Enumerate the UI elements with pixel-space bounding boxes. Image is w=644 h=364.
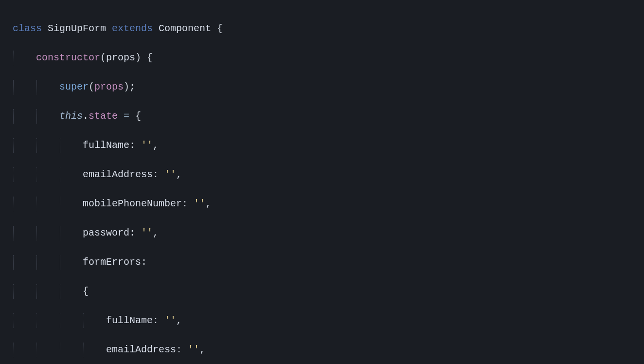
- brace: {: [217, 23, 223, 34]
- paren: (: [89, 81, 94, 92]
- paren: ): [135, 52, 141, 63]
- colon: :: [153, 315, 159, 326]
- colon: :: [153, 169, 159, 180]
- semicolon: ;: [129, 81, 135, 92]
- colon: :: [129, 140, 135, 151]
- comma: ,: [176, 315, 182, 326]
- this: this: [59, 110, 83, 122]
- colon: :: [182, 198, 188, 209]
- keyword-extends: extends: [112, 23, 153, 34]
- colon: :: [141, 256, 147, 268]
- code-line: class SignUpForm extends Component {: [13, 21, 644, 36]
- code-line: password: '',: [13, 226, 644, 240]
- brace: {: [135, 110, 141, 122]
- string-empty: '': [164, 315, 176, 326]
- key-fullName: fullName: [106, 315, 153, 326]
- arg-props: props: [94, 81, 124, 92]
- super-call: super: [59, 81, 89, 92]
- comma: ,: [199, 344, 205, 355]
- code-line: formErrors:: [13, 255, 644, 270]
- colon: :: [129, 227, 135, 238]
- comma: ,: [153, 227, 159, 238]
- code-editor[interactable]: class SignUpForm extends Component { con…: [0, 0, 644, 364]
- key-emailAddress: emailAddress: [83, 169, 153, 180]
- code-line: fullName: '',: [13, 313, 644, 328]
- paren: ): [124, 81, 129, 92]
- brace: {: [83, 286, 89, 297]
- code-line: fullName: '',: [13, 138, 644, 153]
- code-line: super(props);: [13, 80, 644, 94]
- comma: ,: [205, 198, 211, 209]
- paren: (: [100, 52, 106, 63]
- code-line: constructor(props) {: [13, 51, 644, 65]
- string-empty: '': [164, 169, 176, 180]
- state-prop: state: [89, 110, 118, 122]
- dot: .: [83, 110, 89, 122]
- comma: ,: [176, 169, 182, 180]
- colon: :: [176, 344, 182, 355]
- key-emailAddress: emailAddress: [106, 344, 176, 355]
- string-empty: '': [141, 227, 153, 238]
- key-formErrors: formErrors: [83, 256, 141, 268]
- comma: ,: [153, 140, 159, 151]
- code-line: emailAddress: '',: [13, 167, 644, 182]
- constructor: constructor: [36, 52, 100, 63]
- string-empty: '': [141, 140, 153, 151]
- key-mobilePhoneNumber: mobilePhoneNumber: [83, 198, 182, 209]
- code-line: {: [13, 284, 644, 299]
- string-empty: '': [194, 198, 205, 209]
- class-name: SignUpForm: [48, 23, 106, 34]
- key-password: password: [83, 227, 129, 238]
- base-class: Component: [159, 23, 211, 34]
- keyword-class: class: [13, 23, 42, 34]
- param-props: props: [106, 52, 135, 63]
- key-fullName: fullName: [83, 140, 129, 151]
- brace: {: [147, 52, 153, 63]
- string-empty: '': [188, 344, 199, 355]
- code-line: this.state = {: [13, 109, 644, 124]
- code-line: emailAddress: '',: [13, 343, 644, 357]
- equals: =: [124, 110, 129, 122]
- code-line: mobilePhoneNumber: '',: [13, 197, 644, 211]
